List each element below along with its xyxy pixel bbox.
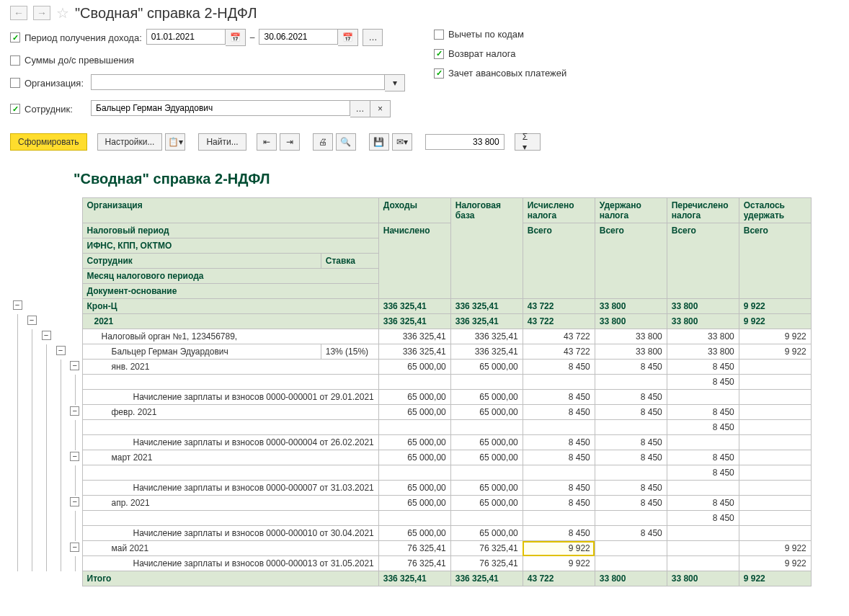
date-to-calendar-icon[interactable]: 📅 — [338, 29, 358, 46]
advance-checkbox[interactable] — [434, 68, 444, 79]
save-icon[interactable]: 💾 — [369, 133, 389, 151]
tree-toggle[interactable]: − — [42, 331, 51, 340]
find-button[interactable]: Найти... — [198, 133, 246, 151]
hdr-rate: Ставка — [321, 254, 378, 269]
tree-toggle[interactable]: − — [70, 361, 79, 370]
hdr-accrued: Начислено — [378, 223, 450, 299]
tree-toggle[interactable]: − — [70, 406, 79, 416]
row-month[interactable]: февр. 2021 — [82, 405, 378, 420]
hdr-base: Налоговая база — [450, 198, 523, 299]
tree-toggle[interactable]: − — [56, 346, 66, 355]
row-year[interactable]: 2021 — [82, 314, 378, 329]
row-month[interactable]: янв. 2021 — [82, 360, 378, 375]
tree-toggle[interactable]: − — [27, 316, 37, 325]
emp-more-button[interactable]: … — [350, 100, 370, 117]
date-sep: – — [250, 32, 255, 43]
period-label: Период получения дохода: — [25, 32, 142, 43]
advance-label: Зачет авансовых платежей — [448, 68, 566, 79]
expand-icon[interactable]: ⇥ — [280, 133, 300, 151]
hdr-remain: Осталось удержать — [739, 198, 811, 223]
row-org[interactable]: Крон-Ц — [82, 299, 378, 314]
report-table: Организация Доходы Налоговая база Исчисл… — [10, 197, 812, 586]
hdr-ifns: ИФНС, КПП, ОКТМО — [82, 238, 378, 254]
org-dropdown-icon[interactable]: ▾ — [385, 74, 405, 91]
report-title: "Сводная" справка 2-НДФЛ — [74, 171, 839, 187]
emp-checkbox[interactable] — [10, 104, 20, 114]
hdr-org: Организация — [82, 198, 378, 223]
hdr-total4: Всего — [739, 223, 811, 299]
date-from-input[interactable] — [146, 29, 226, 45]
tree-toggle[interactable]: − — [70, 543, 79, 552]
collapse-icon[interactable]: ⇤ — [257, 133, 277, 151]
emp-label: Сотрудник: — [25, 104, 86, 115]
nav-forward-button[interactable]: → — [33, 6, 50, 20]
page-title: "Сводная" справка 2-НДФЛ — [75, 5, 257, 22]
hdr-income: Доходы — [378, 198, 450, 223]
row-doc[interactable]: Начисление зарплаты и взносов 0000-00001… — [82, 556, 378, 571]
refund-checkbox[interactable] — [434, 49, 444, 59]
tree-toggle[interactable]: − — [70, 497, 79, 506]
row-doc[interactable]: Начисление зарплаты и взносов 0000-00000… — [82, 390, 378, 405]
tree-toggle[interactable]: − — [13, 300, 22, 310]
hdr-withheld: Удержано налога — [595, 198, 667, 223]
period-more-button[interactable]: … — [363, 29, 383, 46]
hdr-total2: Всего — [595, 223, 667, 299]
org-label: Организация: — [25, 78, 86, 89]
hdr-doc: Документ-основание — [82, 284, 378, 299]
hdr-emp: Сотрудник — [82, 254, 321, 269]
row-doc[interactable]: Начисление зарплаты и взносов 0000-00000… — [82, 481, 378, 496]
settings-button[interactable]: Настройки... — [97, 133, 163, 151]
refund-label: Возврат налога — [448, 48, 515, 59]
nav-back-button[interactable]: ← — [10, 6, 27, 20]
period-checkbox[interactable] — [10, 32, 20, 43]
favorite-star-icon[interactable]: ☆ — [56, 4, 69, 22]
row-rate: 13% (15%) — [321, 344, 378, 360]
hdr-month: Месяц налогового периода — [82, 269, 378, 284]
row-emp[interactable]: Бальцер Герман Эдуардович — [82, 344, 321, 360]
sums-label: Суммы до/с превышения — [25, 55, 134, 66]
sums-checkbox[interactable] — [10, 55, 20, 66]
settings-variant-icon[interactable]: 📋▾ — [165, 133, 185, 151]
date-from-calendar-icon[interactable]: 📅 — [226, 29, 246, 46]
row-doc[interactable]: Начисление зарплаты и взносов 0000-00000… — [82, 435, 378, 450]
row-month[interactable]: май 2021 — [82, 541, 378, 556]
hdr-paid: Перечислено налога — [667, 198, 739, 223]
row-doc[interactable]: Начисление зарплаты и взносов 0000-00001… — [82, 526, 378, 541]
generate-button[interactable]: Сформировать — [10, 133, 87, 151]
hdr-tax-period: Налоговый период — [82, 223, 378, 238]
sum-value-input[interactable] — [425, 134, 504, 150]
hdr-calc: Исчислено налога — [523, 198, 595, 223]
email-icon[interactable]: ✉▾ — [392, 133, 412, 151]
org-input[interactable] — [91, 74, 385, 90]
deduct-checkbox[interactable] — [434, 30, 444, 40]
row-total: Итого — [82, 571, 378, 586]
emp-input[interactable] — [91, 100, 350, 116]
deduct-label: Вычеты по кодам — [448, 29, 524, 40]
sigma-button[interactable]: Σ ▾ — [515, 133, 541, 151]
hdr-total1: Всего — [523, 223, 595, 299]
org-checkbox[interactable] — [10, 78, 20, 88]
preview-icon[interactable]: 🔍 — [336, 133, 356, 151]
tree-toggle[interactable]: − — [70, 452, 79, 461]
emp-clear-button[interactable]: × — [370, 100, 391, 117]
hdr-total3: Всего — [667, 223, 739, 299]
date-to-input[interactable] — [259, 29, 338, 45]
row-month[interactable]: апр. 2021 — [82, 496, 378, 511]
print-icon[interactable]: 🖨 — [313, 133, 333, 151]
row-month[interactable]: март 2021 — [82, 450, 378, 465]
row-ifns[interactable]: Налоговый орган №1, 123456789, — [82, 329, 378, 344]
selected-cell[interactable]: 9 922 — [523, 541, 595, 556]
